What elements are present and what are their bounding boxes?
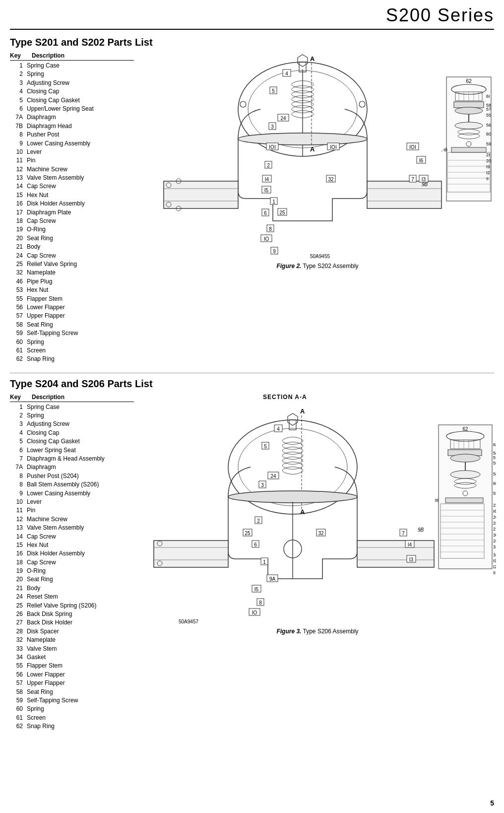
- list-item: 25Relief Valve Spring: [10, 260, 134, 269]
- list-item: 24Reset Stem: [10, 593, 134, 601]
- svg-text:4: 4: [285, 71, 288, 76]
- part-key: 61: [10, 346, 23, 355]
- part-key: 7: [10, 455, 23, 463]
- list-item: 46Pipe Plug: [10, 277, 134, 286]
- part-desc: Seat Ring: [27, 234, 134, 243]
- part-desc: Back Disk Spring: [27, 610, 134, 618]
- list-item: 60Spring: [10, 338, 134, 346]
- svg-text:I4: I4: [265, 177, 269, 182]
- part-key: 19: [10, 567, 23, 575]
- list-item: 28Disk Spacer: [10, 627, 134, 636]
- part-desc: Seat Ring: [27, 321, 134, 329]
- list-item: 15Hex Nut: [10, 541, 134, 549]
- part-key: 7B: [10, 122, 23, 131]
- svg-text:24: 24: [270, 474, 276, 479]
- part-desc: Pin: [27, 156, 134, 165]
- part-key: 34: [10, 653, 23, 662]
- part-desc: Relief Valve Spring: [27, 260, 134, 269]
- part-desc: Self-Tapping Screw: [27, 329, 134, 338]
- svg-text:50A9455: 50A9455: [310, 254, 330, 259]
- part-desc: Pipe Plug: [27, 277, 134, 286]
- part-desc: Adjusting Screw: [27, 420, 134, 428]
- list-item: 8Pusher Post (S204): [10, 472, 134, 480]
- part-key: 5: [10, 96, 23, 105]
- svg-text:I4: I4: [408, 542, 412, 547]
- section2-parts-table: 1Spring Case2Spring3Adjusting Screw4Clos…: [10, 403, 134, 731]
- svg-text:9B: 9B: [422, 182, 428, 187]
- part-key: 26: [10, 610, 23, 618]
- svg-point-8: [238, 133, 367, 145]
- list-item: 33Valve Stem: [10, 645, 134, 653]
- part-desc: Screen: [27, 714, 134, 722]
- part-key: 7A: [10, 113, 23, 122]
- part-desc: Spring: [27, 411, 134, 420]
- svg-text:7: 7: [411, 177, 414, 182]
- list-item: 12Machine Screw: [10, 165, 134, 174]
- svg-text:6I: 6I: [486, 94, 490, 99]
- part-desc: Upper/Lower Spring Seat: [27, 105, 134, 113]
- part-key: 32: [10, 269, 23, 277]
- part-key: 1: [10, 403, 23, 411]
- svg-rect-109: [154, 541, 228, 567]
- part-key: 6: [10, 105, 23, 113]
- part-key: 8: [10, 131, 23, 139]
- figure2-desc: Type S202 Assembly: [303, 263, 359, 270]
- section1-title: Type S201 and S202 Parts List: [10, 37, 494, 48]
- list-item: 9Lower Casing Assembly: [10, 139, 134, 148]
- svg-text:3: 3: [261, 482, 264, 488]
- svg-rect-9: [164, 181, 238, 208]
- list-item: 3Adjusting Screw: [10, 79, 134, 87]
- part-key: 57: [10, 312, 23, 320]
- section1: Type S201 and S202 Parts List Key Descri…: [10, 37, 494, 364]
- part-desc: Closing Cap: [27, 87, 134, 96]
- list-item: 60Spring: [10, 705, 134, 713]
- part-desc: Closing Cap: [27, 429, 134, 437]
- list-item: 7ADiaphragm: [10, 463, 134, 472]
- part-desc: Valve Stem Assembly: [27, 524, 134, 532]
- part-desc: Valve Stem Assembly: [27, 174, 134, 182]
- svg-text:I8: I8: [443, 147, 447, 152]
- part-key: 60: [10, 705, 23, 713]
- svg-text:I3: I3: [409, 557, 414, 562]
- list-item: 4Closing Cap: [10, 87, 134, 96]
- svg-text:6: 6: [254, 542, 257, 547]
- part-desc: Cap Screw: [27, 182, 134, 191]
- svg-text:32: 32: [318, 531, 324, 536]
- list-item: 55Flapper Stem: [10, 295, 134, 303]
- section-a-label: SECTION A-A: [139, 394, 496, 401]
- figure2-label: Figure 2.: [276, 263, 301, 270]
- part-desc: Spring Case: [27, 62, 134, 70]
- part-key: 17: [10, 208, 23, 217]
- part-desc: Closing Cap Gasket: [27, 96, 134, 105]
- part-key: 4: [10, 429, 23, 437]
- list-item: 10Lever: [10, 498, 134, 506]
- part-desc: Cap Screw: [27, 558, 134, 567]
- svg-text:I5: I5: [264, 188, 269, 193]
- svg-text:9: 9: [273, 249, 276, 254]
- svg-text:I6: I6: [419, 158, 424, 163]
- svg-text:28: 28: [493, 521, 496, 526]
- part-key: 3: [10, 79, 23, 87]
- section1-parts-table: 1Spring Case2Spring3Adjusting Screw4Clos…: [10, 62, 134, 364]
- part-desc: Spring: [27, 705, 134, 713]
- part-desc: Snap Ring: [27, 722, 134, 731]
- list-item: 18Cap Screw: [10, 558, 134, 567]
- section1-diagram-area: 62 6I 58 55: [139, 52, 496, 364]
- part-desc: Pusher Post: [27, 131, 134, 139]
- part-desc: O-Ring: [27, 225, 134, 234]
- list-item: 17Diaphragm Plate: [10, 208, 134, 217]
- section2-content: Key Description 1Spring Case2Spring3Adju…: [10, 394, 494, 731]
- svg-rect-30: [454, 102, 484, 108]
- svg-text:57: 57: [493, 455, 496, 460]
- part-key: 12: [10, 515, 23, 524]
- part-desc: Disk Holder Assembly: [27, 200, 134, 208]
- part-desc: Hex Nut: [27, 541, 134, 549]
- svg-text:60: 60: [486, 132, 491, 136]
- svg-text:25: 25: [245, 531, 251, 536]
- part-key: 19: [10, 225, 23, 234]
- part-desc: Diaphragm & Head Assembly: [27, 455, 134, 463]
- part-desc: Seat Ring: [27, 575, 134, 584]
- part-key: 20: [10, 234, 23, 243]
- list-item: 2Spring: [10, 411, 134, 420]
- list-item: 13Valve Stem Assembly: [10, 174, 134, 182]
